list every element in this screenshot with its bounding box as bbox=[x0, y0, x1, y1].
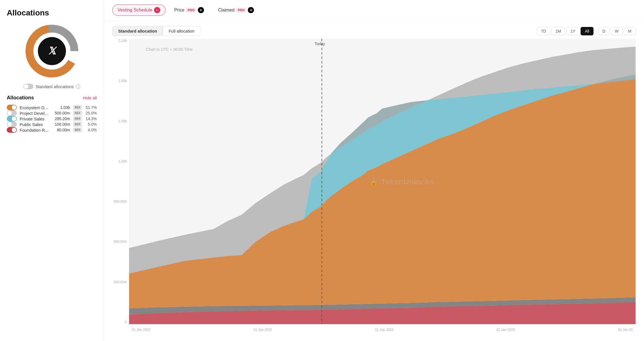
donut-center-logo: 𝕏 bbox=[38, 37, 66, 65]
x-label-0: 01 Jan 2022 bbox=[132, 328, 150, 332]
price-pro-badge: PRO bbox=[186, 8, 196, 12]
y-label-5: 600.00m bbox=[114, 240, 127, 244]
time-7d[interactable]: 7D bbox=[537, 27, 550, 35]
time-1m[interactable]: 1M bbox=[551, 27, 565, 35]
y-label-3: 1.20b bbox=[118, 159, 127, 163]
alloc-amount-1: 500.00m bbox=[55, 111, 70, 115]
price-plus-icon[interactable]: + bbox=[198, 7, 204, 13]
y-label-7: 0 bbox=[125, 320, 127, 324]
period-w[interactable]: W bbox=[611, 27, 623, 35]
alloc-ticker-0: IMX bbox=[73, 105, 82, 110]
allocations-section: Allocations Hide all Ecosystem D...1.03b… bbox=[7, 95, 97, 133]
hide-all-button[interactable]: Hide all bbox=[83, 95, 97, 100]
alloc-ticker-4: IMX bbox=[73, 127, 82, 132]
alloc-item-1: Project Devel...500.00mIMX25.0% bbox=[7, 110, 97, 116]
standard-allocation-tab[interactable]: Standard allocation bbox=[112, 26, 163, 36]
y-label-0: 2.10b bbox=[118, 39, 127, 43]
y-label-4: 900.00m bbox=[114, 200, 127, 203]
top-bar: Vesting Schedule − Price PRO + Claimed P… bbox=[104, 0, 644, 20]
alloc-name-0: Ecosystem D... bbox=[20, 105, 58, 110]
alloc-name-4: Foundation R... bbox=[20, 128, 54, 132]
sidebar-title: Allocations bbox=[7, 8, 97, 17]
x-label-1: 01 Jan 2023 bbox=[253, 328, 272, 332]
standard-allocations-label: Standard allocations bbox=[36, 84, 74, 89]
alloc-pct-3: 5.0% bbox=[85, 122, 97, 127]
alloc-pct-1: 25.0% bbox=[85, 111, 97, 115]
y-label-6: 300.00m bbox=[114, 280, 127, 284]
x-label-2: 01 Jan 2024 bbox=[375, 328, 393, 332]
alloc-ticker-2: IMX bbox=[73, 116, 82, 121]
time-all[interactable]: All bbox=[581, 27, 593, 35]
time-1y[interactable]: 1Y bbox=[566, 27, 579, 35]
alloc-toggle-4[interactable] bbox=[7, 127, 17, 133]
vesting-minus-icon[interactable]: − bbox=[154, 7, 160, 13]
alloc-pct-0: 51.7% bbox=[85, 105, 97, 110]
allocation-tabs: Standard allocation Full allocation bbox=[112, 26, 200, 36]
chart-inner: 2.10b 1.80b 1.50b 1.20b 900.00m 600.00m … bbox=[112, 39, 636, 335]
tab-vesting-schedule[interactable]: Vesting Schedule − bbox=[112, 4, 166, 16]
standard-allocations-toggle[interactable] bbox=[23, 84, 33, 89]
today-label: Today bbox=[315, 42, 325, 46]
chart-controls: Standard allocation Full allocation 7D 1… bbox=[104, 20, 644, 39]
claimed-plus-icon[interactable]: + bbox=[248, 7, 254, 13]
alloc-item-3: Public Sales100.00mIMX5.0% bbox=[7, 122, 97, 127]
time-controls: 7D 1M 1Y All D W M bbox=[537, 27, 636, 35]
chart-area: 2.10b 1.80b 1.50b 1.20b 900.00m 600.00m … bbox=[104, 39, 644, 341]
alloc-toggle-0[interactable] bbox=[7, 105, 17, 110]
period-d[interactable]: D bbox=[598, 27, 609, 35]
time-separator bbox=[596, 28, 596, 34]
full-allocation-tab[interactable]: Full allocation bbox=[163, 26, 200, 36]
alloc-name-1: Project Devel... bbox=[20, 111, 52, 116]
alloc-pct-4: 4.0% bbox=[85, 128, 97, 132]
tab-price[interactable]: Price PRO + bbox=[169, 4, 209, 16]
alloc-amount-4: 80.00m bbox=[57, 128, 70, 132]
alloc-items-list: Ecosystem D...1.03bIMX51.7%Project Devel… bbox=[7, 105, 97, 133]
main-content: Vesting Schedule − Price PRO + Claimed P… bbox=[104, 0, 644, 341]
alloc-ticker-3: IMX bbox=[73, 122, 82, 127]
sidebar: Allocations 𝕏 Standard a bbox=[0, 0, 104, 341]
token-logo-x: 𝕏 bbox=[48, 45, 56, 57]
info-icon[interactable]: i bbox=[76, 84, 80, 89]
alloc-amount-2: 285.20m bbox=[55, 116, 70, 121]
alloc-toggle-3[interactable] bbox=[7, 122, 17, 127]
alloc-toggle-1[interactable] bbox=[7, 110, 17, 116]
allocations-header: Allocations Hide all bbox=[7, 95, 97, 101]
period-m[interactable]: M bbox=[624, 27, 636, 35]
alloc-pct-2: 14.3% bbox=[85, 116, 97, 121]
tab-price-label: Price bbox=[174, 8, 184, 13]
x-label-4: 01 Jan 20 bbox=[618, 328, 633, 332]
donut-chart: 𝕏 bbox=[24, 23, 80, 79]
tab-claimed-label: Claimed bbox=[218, 8, 235, 13]
donut-container: 𝕏 Standard allocations i bbox=[7, 23, 97, 89]
x-label-3: 01 Jan 2025 bbox=[496, 328, 515, 332]
x-axis: 01 Jan 2022 01 Jan 2023 01 Jan 2024 01 J… bbox=[129, 324, 636, 335]
alloc-item-2: Private Sales285.20mIMX14.3% bbox=[7, 116, 97, 122]
tab-claimed[interactable]: Claimed PRO + bbox=[213, 4, 260, 16]
alloc-amount-0: 1.03b bbox=[60, 105, 70, 110]
alloc-amount-3: 100.00m bbox=[55, 122, 70, 127]
y-axis: 2.10b 1.80b 1.50b 1.20b 900.00m 600.00m … bbox=[112, 39, 129, 324]
chart-subtitle: Chart in UTC + 00:00 Time bbox=[146, 47, 193, 52]
alloc-name-3: Public Sales bbox=[20, 122, 52, 127]
alloc-ticker-1: IMX bbox=[73, 111, 82, 116]
alloc-toggle-2[interactable] bbox=[7, 116, 17, 122]
alloc-item-0: Ecosystem D...1.03bIMX51.7% bbox=[7, 105, 97, 110]
tab-vesting-label: Vesting Schedule bbox=[118, 8, 152, 13]
y-label-2: 1.50b bbox=[118, 119, 127, 123]
chart-svg: Today 🔒 TokenUnlocks. Chart in UTC + 00:… bbox=[129, 39, 636, 324]
claimed-pro-badge: PRO bbox=[236, 8, 246, 12]
alloc-name-2: Private Sales bbox=[20, 116, 52, 121]
y-label-1: 1.80b bbox=[118, 79, 127, 83]
alloc-item-4: Foundation R...80.00mIMX4.0% bbox=[7, 127, 97, 133]
standard-allocations-toggle-row: Standard allocations i bbox=[23, 84, 81, 89]
allocations-label: Allocations bbox=[7, 95, 34, 101]
